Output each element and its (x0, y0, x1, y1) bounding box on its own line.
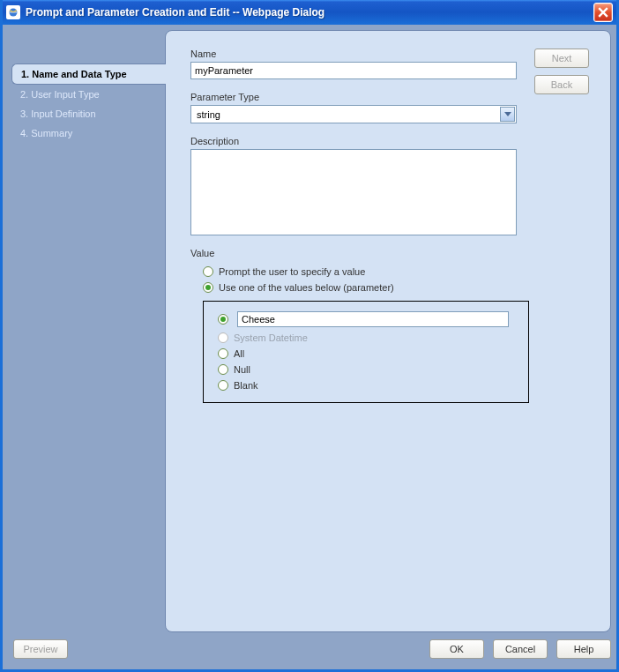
parameter-type-value: string (195, 109, 499, 120)
window-title: Prompt and Parameter Creation and Edit -… (26, 6, 593, 19)
name-field-block: Name (190, 49, 593, 79)
value-option-all[interactable]: All (218, 346, 521, 362)
description-textarea[interactable] (190, 149, 517, 235)
value-radio-prompt[interactable]: Prompt the user to specify a value (190, 264, 593, 280)
radio-icon (218, 348, 228, 359)
radio-icon (218, 380, 228, 391)
value-radio-usebelow-label: Use one of the values below (parameter) (219, 282, 394, 293)
nav-step-input-definition[interactable]: 3. Input Definition (11, 104, 165, 123)
close-button[interactable] (593, 3, 613, 22)
value-radio-usebelow[interactable]: Use one of the values below (parameter) (190, 280, 593, 295)
back-button[interactable]: Back (534, 75, 589, 94)
radio-icon (203, 266, 213, 277)
value-options-box: System Datetime All Null Blank (203, 301, 529, 403)
value-option-label: Blank (234, 380, 258, 391)
description-field-block: Description (190, 136, 593, 235)
radio-icon (218, 364, 228, 375)
cancel-button[interactable]: Cancel (493, 639, 548, 659)
type-field-block: Parameter Type string (190, 92, 593, 123)
value-option-custom-input[interactable] (237, 311, 509, 327)
value-section: Value Prompt the user to specify a value… (190, 248, 593, 403)
value-option-label: All (234, 348, 244, 359)
name-label: Name (190, 49, 593, 59)
value-option-custom[interactable] (218, 309, 521, 330)
value-option-blank[interactable]: Blank (218, 377, 521, 393)
bottom-bar: Preview OK Cancel Help (8, 636, 611, 662)
value-option-null[interactable]: Null (218, 362, 521, 377)
main-panel: Next Back Name Parameter Type string (165, 30, 611, 632)
nav-step-summary[interactable]: 4. Summary (11, 123, 165, 143)
dialog-window: Prompt and Parameter Creation and Edit -… (0, 0, 619, 672)
value-option-label: System Datetime (234, 332, 308, 343)
chevron-down-icon (500, 107, 515, 122)
name-input[interactable] (190, 62, 517, 79)
value-option-label: Null (234, 364, 250, 375)
help-button[interactable]: Help (556, 639, 611, 659)
parameter-type-select[interactable]: string (190, 105, 517, 123)
nav-step-user-input-type[interactable]: 2. User Input Type (11, 85, 165, 104)
radio-icon (218, 332, 228, 343)
nav-step-name-and-datatype[interactable]: 1. Name and Data Type (11, 63, 166, 85)
client-area: 1. Name and Data Type 2. User Input Type… (3, 25, 616, 669)
wizard-nav: 1. Name and Data Type 2. User Input Type… (8, 30, 165, 632)
radio-icon (203, 282, 213, 293)
value-label: Value (190, 248, 593, 258)
wizard-nav-buttons: Next Back (534, 49, 594, 101)
description-label: Description (190, 136, 593, 146)
ie-app-icon (6, 5, 20, 19)
ok-button[interactable]: OK (429, 639, 484, 659)
value-option-system-datetime[interactable]: System Datetime (218, 330, 521, 346)
value-radio-prompt-label: Prompt the user to specify a value (219, 266, 365, 277)
preview-button[interactable]: Preview (13, 639, 68, 659)
radio-icon (218, 314, 228, 325)
parameter-type-label: Parameter Type (190, 92, 593, 102)
titlebar: Prompt and Parameter Creation and Edit -… (3, 0, 616, 25)
wizard-body: 1. Name and Data Type 2. User Input Type… (8, 30, 611, 632)
next-button[interactable]: Next (534, 49, 589, 68)
